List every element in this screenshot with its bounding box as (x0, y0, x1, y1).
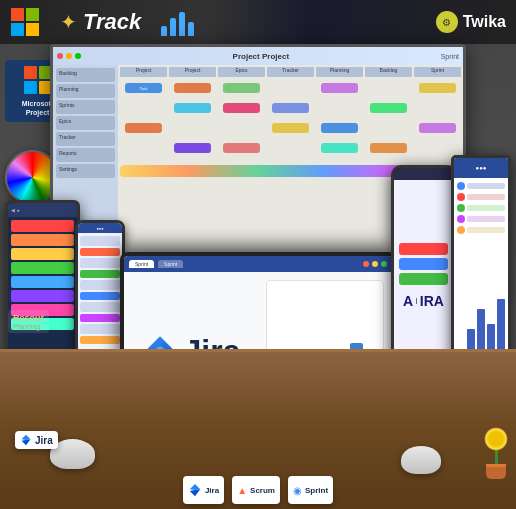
aira-bar-blue (399, 258, 448, 270)
grid-cell (169, 79, 216, 97)
desk-card-label-1: Jira (205, 486, 219, 495)
grid-cell (414, 79, 461, 97)
chart-bar-2 (170, 18, 176, 36)
phone-row-3 (80, 280, 120, 290)
sidebar-item[interactable]: Backlog (56, 68, 115, 82)
aira-i-letter: I (415, 296, 418, 306)
sidebar-item[interactable]: Tracker (56, 132, 115, 146)
jira-sticker-icon (20, 434, 32, 446)
sprint-icon: ◉ (293, 485, 302, 496)
desk-card-label-3: Sprint (305, 486, 328, 495)
chart-bar-1 (161, 26, 167, 36)
rainbow-bar-blue (11, 276, 74, 288)
laptop-tab-sprint2[interactable]: Sprint (158, 260, 183, 268)
maximize-icon[interactable] (75, 53, 81, 59)
tr-line (467, 216, 505, 222)
task-chip (321, 123, 359, 133)
aira-bars (399, 243, 448, 285)
task-chip (174, 103, 212, 113)
tablet-right-bars (454, 178, 508, 238)
aira-a-letter: A (403, 293, 413, 309)
col-epics: Epics (218, 67, 265, 77)
grid-cell (365, 79, 412, 97)
phone-colored-row-2 (80, 270, 120, 278)
sidebar-item[interactable]: Sprints (56, 100, 115, 114)
aira-ra-letters: IRA (420, 293, 444, 309)
grid-cell (414, 99, 461, 117)
rainbow-bar-green (11, 262, 74, 274)
sidebar-item[interactable]: Reports (56, 148, 115, 162)
flower-pot (486, 429, 506, 479)
desk-card-2: ▲ Scrum (232, 476, 280, 504)
tr-line (467, 183, 505, 189)
grid-row: Task (120, 79, 461, 97)
sidebar-item[interactable]: Settings (56, 164, 115, 178)
phone-left-topbar: ●●● (78, 223, 122, 233)
phone-left-content (78, 233, 122, 347)
grid-cell (316, 139, 363, 157)
jira-sticker: Jira (15, 431, 58, 449)
phone-right-screen: A I IRA (394, 168, 453, 372)
tr-bar-row (457, 215, 505, 223)
col-project1: Project (120, 67, 167, 77)
task-chip (370, 103, 408, 113)
grid-cell (365, 139, 412, 157)
phone-row-5 (80, 324, 120, 334)
flower-stem (495, 449, 498, 464)
tr-icon (457, 182, 465, 190)
rainbow-bar-purple (11, 290, 74, 302)
aira-bar-green (399, 273, 448, 285)
tr-bar-row (457, 204, 505, 212)
grid-cell (169, 119, 216, 137)
grid-cell (218, 99, 265, 117)
task-chip (272, 103, 310, 113)
phone-right-topbar (394, 168, 453, 180)
desk-bottom-items: Jira ▲ Scrum ◉ Sprint (0, 476, 516, 504)
task-chip (419, 123, 457, 133)
track-star-icon: ✦ (60, 10, 77, 34)
phone-row-1 (80, 236, 120, 246)
scene: ✦ Track ⚙ Twika MicrosoftProject (0, 0, 516, 509)
col-project2: Project (169, 67, 216, 77)
grid-cell (218, 139, 265, 157)
task-chip: Task (125, 83, 163, 93)
minimize-icon[interactable] (66, 53, 72, 59)
sidebar-item[interactable]: Planning (56, 84, 115, 98)
grid-cell (120, 119, 167, 137)
desk-card-1: Jira (183, 476, 224, 504)
mouse-right (401, 446, 441, 474)
ms-project-logo-icon (23, 65, 53, 95)
task-chip (223, 103, 261, 113)
top-banner: ✦ Track ⚙ Twika (0, 0, 516, 44)
phone-colored-row-4 (80, 314, 120, 322)
nav-dot-2 (372, 261, 378, 267)
chart-bar-3 (179, 12, 185, 36)
grid-cell (267, 119, 314, 137)
grid-cell (267, 79, 314, 97)
grid-header: Project Project Epics Tracker Planning B… (120, 67, 461, 77)
track-logo: ✦ Track (60, 9, 141, 35)
aira-label-wrap: A I IRA (403, 293, 444, 309)
tr-icon (457, 204, 465, 212)
sidebar-item[interactable]: Epics (56, 116, 115, 130)
grid-cell (169, 99, 216, 117)
tr-icon (457, 226, 465, 234)
tr-line (467, 205, 505, 211)
resource-area: Resour Planning (8, 310, 49, 333)
tr-bar-row (457, 182, 505, 190)
grid-cell (316, 99, 363, 117)
track-label: Track (83, 9, 141, 35)
aira-content: A I IRA (394, 180, 453, 372)
task-chip (321, 143, 359, 153)
task-chip (223, 143, 261, 153)
twika-gear-icon: ⚙ (436, 11, 458, 33)
task-chip (174, 83, 212, 93)
sprint-label: Sprint (441, 53, 459, 60)
aira-bar-red (399, 243, 448, 255)
scrum-icon: ▲ (237, 485, 247, 496)
task-chip (272, 123, 310, 133)
col-planning: Planning (316, 67, 363, 77)
laptop-tab-sprint1[interactable]: Sprint (129, 260, 154, 268)
close-icon[interactable] (57, 53, 63, 59)
phone-right-large: A I IRA (391, 165, 456, 375)
